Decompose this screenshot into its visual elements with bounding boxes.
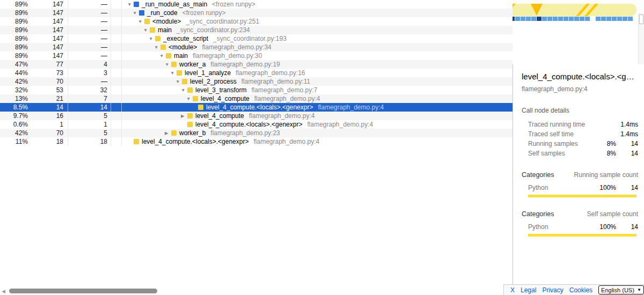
tree-cell: ▼level_3_transformflamegraph_demo.py:7 bbox=[122, 86, 513, 94]
total-samples: 53 bbox=[28, 86, 63, 94]
total-percent: 89% bbox=[0, 43, 28, 51]
sample-cell bbox=[590, 17, 595, 21]
column-separator bbox=[68, 34, 68, 43]
scrollbar-thumb[interactable] bbox=[9, 289, 157, 293]
column-separator bbox=[111, 103, 111, 112]
tree-cell: level_4_compute.<locals>.<genexpr>flameg… bbox=[122, 103, 513, 112]
table-row[interactable]: 89%147—▼mainflamegraph_demo.py:30 bbox=[0, 51, 513, 60]
categories-title: Categories bbox=[522, 170, 554, 180]
categories-count-label: Self sample count bbox=[587, 209, 638, 219]
table-row[interactable]: 44%733▼level_1_analyzeflamegraph_demo.py… bbox=[0, 69, 513, 77]
collapse-arrow-icon[interactable]: ▼ bbox=[127, 0, 134, 9]
expand-arrow-icon[interactable]: ▶ bbox=[165, 129, 171, 137]
function-name: _execute_script bbox=[163, 34, 208, 43]
column-separator bbox=[68, 77, 68, 86]
table-row[interactable]: 89%147—▼<module>_sync_coordinator.py:251 bbox=[0, 17, 513, 26]
collapse-arrow-icon[interactable]: ▼ bbox=[143, 26, 150, 34]
collapse-arrow-icon[interactable]: ▼ bbox=[186, 94, 193, 103]
collapse-arrow-icon[interactable]: ▼ bbox=[170, 69, 177, 77]
collapse-arrow-icon[interactable]: ▼ bbox=[159, 51, 166, 60]
column-separator bbox=[111, 112, 111, 120]
table-row[interactable]: 42%70—▼level_2_processflamegraph_demo.py… bbox=[0, 77, 513, 86]
expand-arrow-icon[interactable]: ▶ bbox=[181, 112, 187, 120]
self-samples: — bbox=[68, 17, 107, 26]
detail-value: 1.4ms bbox=[619, 129, 638, 139]
function-name: main bbox=[174, 51, 188, 60]
categories-count-label: Running sample count bbox=[574, 170, 638, 180]
self-samples: 32 bbox=[68, 86, 107, 94]
table-row[interactable]: 89%147—▼<module>flamegraph_demo.py:34 bbox=[0, 43, 513, 51]
table-row[interactable]: 13%217▼level_4_computeflamegraph_demo.py… bbox=[0, 94, 513, 103]
table-row[interactable]: 89%147—▼main_sync_coordinator.py:234 bbox=[0, 26, 513, 34]
self-samples: — bbox=[68, 51, 107, 60]
collapse-arrow-icon[interactable]: ▼ bbox=[165, 60, 171, 69]
function-name: <module> bbox=[169, 43, 197, 51]
self-samples: 1 bbox=[68, 120, 107, 129]
total-samples: 70 bbox=[28, 77, 63, 86]
profiler-app: Python – x86_64 Full Range (17ms) ⓘ Prof… bbox=[0, 0, 644, 295]
total-percent: 44% bbox=[0, 69, 28, 77]
sample-cell bbox=[596, 17, 601, 21]
column-separator bbox=[68, 94, 68, 103]
function-origin: flamegraph_demo.py:4 bbox=[307, 120, 373, 129]
table-row[interactable]: 89%147—▼_execute_script_sync_coordinator… bbox=[0, 34, 513, 43]
sample-cell bbox=[558, 17, 563, 21]
category-swatch bbox=[144, 19, 150, 24]
tracks-vertical-scrollbar[interactable] bbox=[638, 13, 644, 64]
total-samples: 147 bbox=[28, 0, 63, 9]
sample-cell bbox=[553, 17, 558, 21]
sidebar: level_4_compute.<locals>.<genexpr> flame… bbox=[513, 64, 644, 284]
column-separator bbox=[68, 43, 68, 51]
total-samples: 147 bbox=[28, 34, 63, 43]
category-bar bbox=[528, 195, 636, 197]
category-swatch bbox=[150, 27, 155, 33]
footer-link-cookies[interactable]: Cookies bbox=[569, 286, 592, 294]
scrollbar-thumb[interactable] bbox=[639, 14, 643, 24]
table-row[interactable]: 0.6%11level_4_compute.<locals>.<genexpr>… bbox=[0, 120, 513, 129]
scroll-left-icon[interactable]: ◀ bbox=[2, 289, 5, 294]
function-origin: flamegraph_demo.py:7 bbox=[251, 86, 317, 94]
category-row: Python100%14 bbox=[513, 222, 644, 232]
language-select[interactable]: English (US) ▼ bbox=[598, 285, 644, 294]
column-separator bbox=[68, 120, 68, 129]
function-name: <module> bbox=[152, 17, 181, 26]
table-row[interactable]: 11%1818level_4_compute.<locals>.<genexpr… bbox=[0, 137, 513, 146]
tree-cell: ▼<module>_sync_coordinator.py:251 bbox=[122, 17, 513, 26]
column-separator bbox=[68, 86, 68, 94]
footer-link-privacy[interactable]: Privacy bbox=[542, 286, 563, 294]
category-swatch bbox=[160, 45, 166, 50]
column-separator bbox=[111, 69, 111, 77]
table-row[interactable]: 32%5332▼level_3_transformflamegraph_demo… bbox=[0, 86, 513, 94]
footer-link-x[interactable]: X bbox=[510, 286, 515, 294]
total-samples: 147 bbox=[28, 43, 63, 51]
collapse-arrow-icon[interactable]: ▼ bbox=[138, 17, 144, 26]
detail-row: Running samples8%14 bbox=[513, 139, 644, 149]
table-row[interactable]: 89%147—▼_run_code<frozen runpy> bbox=[0, 9, 513, 17]
function-name: level_4_compute bbox=[201, 94, 250, 103]
table-row[interactable]: 42%705▶worker_bflamegraph_demo.py:23 bbox=[0, 129, 513, 137]
collapse-arrow-icon[interactable]: ▼ bbox=[175, 77, 182, 86]
category-percent: 100% bbox=[589, 222, 616, 232]
table-row[interactable]: 9.7%165▶level_4_computeflamegraph_demo.p… bbox=[0, 112, 513, 120]
collapse-arrow-icon[interactable]: ▼ bbox=[149, 34, 155, 43]
column-separator bbox=[111, 9, 111, 17]
function-name: level_4_compute.<locals>.<genexpr> bbox=[195, 120, 302, 129]
category-swatch bbox=[166, 53, 171, 58]
sidebar-section-title: Call node details bbox=[522, 107, 636, 114]
call-node-details: Traced running time1.4msTraced self time… bbox=[513, 120, 644, 158]
function-origin: _sync_coordinator.py:251 bbox=[186, 17, 259, 26]
total-samples: 77 bbox=[28, 60, 63, 69]
horizontal-scrollbar[interactable]: ◀ bbox=[0, 287, 513, 295]
collapse-arrow-icon[interactable]: ▼ bbox=[154, 43, 160, 51]
total-percent: 0.6% bbox=[0, 120, 28, 129]
category-swatch bbox=[134, 139, 139, 144]
collapse-arrow-icon[interactable]: ▼ bbox=[181, 86, 187, 94]
category-name: Python bbox=[528, 222, 548, 232]
table-row[interactable]: 47%774▼worker_aflamegraph_demo.py:19 bbox=[0, 60, 513, 69]
footer-link-legal[interactable]: Legal bbox=[521, 286, 536, 294]
collapse-arrow-icon[interactable]: ▼ bbox=[133, 9, 139, 17]
language-value: English (US) bbox=[601, 287, 634, 293]
sample-cell bbox=[564, 17, 568, 21]
table-row[interactable]: 89%147—▼_run_module_as_main<frozen runpy… bbox=[0, 0, 513, 9]
table-row[interactable]: 8.5%1414level_4_compute.<locals>.<genexp… bbox=[0, 103, 513, 112]
